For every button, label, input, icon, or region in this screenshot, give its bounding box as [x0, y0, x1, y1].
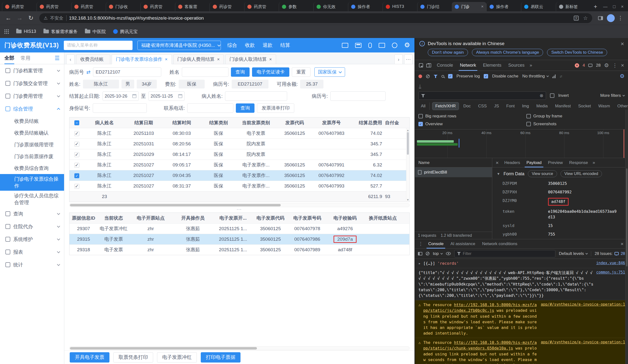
col-header[interactable]: 自付金: [384, 120, 410, 126]
sidebar-tab-common[interactable]: 常用: [21, 55, 30, 61]
import-har-icon[interactable]: ↓: [419, 83, 421, 88]
group-by-frame-checkbox[interactable]: [526, 114, 531, 119]
filter-toggle-icon[interactable]: [434, 75, 438, 78]
bookmark-item[interactable]: 腾讯元宝: [113, 29, 138, 35]
invoice-row[interactable]: 29307 电子发票冲红 zhr 张惠茹 20251125 1... 35060…: [70, 224, 410, 234]
name-column-header[interactable]: Name: [415, 158, 492, 167]
browser-tab[interactable]: 药房管: [37, 2, 71, 11]
issues-counter[interactable]: 28 Issues: 28: [595, 251, 625, 256]
bookmark-item[interactable]: 中医院: [85, 29, 106, 35]
device-toolbar-icon[interactable]: [425, 61, 433, 69]
date-to-input[interactable]: 2025-11-25: [149, 91, 185, 101]
devtools-tab[interactable]: Console: [434, 60, 456, 71]
browser-tab[interactable]: 药房管: [244, 2, 279, 11]
footer-button[interactable]: 开具电子发票: [70, 352, 109, 363]
select-all-checkbox[interactable]: –: [74, 120, 79, 125]
browser-tab[interactable]: 药房管: [140, 2, 175, 11]
back-button[interactable]: ←: [3, 13, 13, 23]
horizontal-scrollbar-1[interactable]: [69, 203, 410, 207]
request-row[interactable]: printElectBill: [415, 167, 492, 177]
side-panel-icon[interactable]: [598, 16, 603, 20]
clear-console-icon[interactable]: [426, 252, 429, 255]
browser-tab[interactable]: 门诊收: [106, 2, 140, 11]
console-log-json[interactable]: {"title":"√ √ √ √ √ √ √ √ √ √ √ √ √ √ we…: [415, 268, 628, 300]
sidebar-subitem[interactable]: 门诊票据领用管理: [0, 139, 64, 150]
bookmark-star-icon[interactable]: ☆: [583, 15, 588, 21]
details-tab[interactable]: Headers: [501, 158, 523, 167]
details-tab[interactable]: Response: [566, 158, 591, 167]
devtools-settings-icon[interactable]: ⚙: [604, 62, 609, 69]
row-checkbox[interactable]: ✓: [74, 152, 79, 157]
settlement-row[interactable]: ✓ 陈永江 20251027 09:04:35 医保 电子发票作... 3506…: [70, 170, 410, 181]
patient-name-query-input[interactable]: [225, 91, 287, 101]
col-header[interactable]: 结算总费用: [349, 120, 384, 126]
insurance-select[interactable]: 国家医保: [314, 67, 345, 77]
id-number-input[interactable]: [93, 103, 147, 113]
header-action-button[interactable]: 结算: [279, 42, 292, 49]
security-warning-icon[interactable]: ⚠: [44, 15, 48, 21]
tab-close-icon[interactable]: ×: [217, 57, 220, 62]
forward-button[interactable]: →: [15, 13, 24, 23]
tab-close-icon[interactable]: ×: [269, 57, 272, 62]
name-input[interactable]: [182, 67, 229, 77]
screenshots-checkbox[interactable]: [526, 122, 531, 126]
more-tabs-icon[interactable]: »: [528, 63, 534, 68]
evoucher-read-button[interactable]: 电子凭证读卡: [252, 67, 289, 77]
type-filter-chip[interactable]: JS: [491, 103, 502, 110]
sidebar-subitem[interactable]: 收费员综合查询: [0, 162, 64, 174]
header-action-button[interactable]: 退款: [261, 42, 274, 49]
window-close-button[interactable]: ×: [621, 4, 624, 9]
type-filter-chip[interactable]: Fetch/XHR: [432, 102, 459, 110]
col-header[interactable]: 病人姓名: [84, 120, 125, 126]
row-checkbox[interactable]: ✓: [74, 163, 79, 168]
expand-triangle-icon[interactable]: ▸: [418, 261, 421, 266]
log-object-preview[interactable]: [{…}]: [423, 261, 435, 266]
split-handle[interactable]: ⋯: [64, 207, 414, 213]
type-filter-chip[interactable]: Other: [615, 103, 628, 110]
tab-close-icon[interactable]: ×: [165, 57, 168, 62]
issues-bubble-icon[interactable]: [588, 64, 592, 67]
devtools-menu-icon[interactable]: ⋮: [612, 62, 618, 68]
source-link[interactable]: common.js:751: [596, 270, 625, 275]
drawer-tab[interactable]: AI assistance: [447, 239, 478, 248]
microphone-icon[interactable]: [368, 43, 372, 48]
col-header[interactable]: 当前状态: [98, 215, 130, 221]
inspect-element-icon[interactable]: [417, 61, 425, 69]
maximize-button[interactable]: □: [613, 4, 616, 9]
browser-tab[interactable]: 药诊管: [210, 2, 244, 11]
col-header[interactable]: 当前发票类别: [236, 120, 276, 126]
sidebar-group[interactable]: 查询: [0, 207, 64, 220]
browser-tab[interactable]: 门诊 ×: [452, 2, 486, 11]
settlement-row[interactable]: ✓ 陈永江 20251027 08:31:37 医保 电子发票作... 3506…: [70, 181, 410, 191]
big-request-rows-checkbox[interactable]: [418, 114, 423, 119]
col-header[interactable]: 结算日期: [125, 120, 163, 126]
dont-show-again-button[interactable]: Don't show again: [428, 49, 468, 56]
switch-to-chinese-button[interactable]: Switch DevTools to Chinese: [547, 49, 607, 56]
devtools-close-icon[interactable]: ×: [621, 62, 624, 69]
col-header[interactable]: 电子发票代码: [252, 215, 289, 221]
mrn2-input[interactable]: [330, 91, 386, 101]
footer-button[interactable]: 电子发票冲红: [157, 352, 197, 363]
reload-button[interactable]: ↻: [26, 13, 36, 23]
invoice-row[interactable]: 29318 电子发票 zhr 张惠茹 20251125 1... 3506012…: [70, 245, 410, 255]
view-source-button[interactable]: View source: [528, 170, 557, 177]
scrollbar-thumb[interactable]: [70, 347, 257, 350]
browser-tab[interactable]: 新标签: [556, 2, 590, 11]
page-tab[interactable]: 门诊电子发票综合操作 ×: [112, 55, 172, 64]
col-header[interactable]: 结算时间: [163, 120, 201, 126]
browser-tab[interactable]: 药房管: [2, 2, 37, 11]
console-log-records[interactable]: ▸ [{…}] 'records' index.vue:846: [415, 259, 628, 268]
sidebar-subitem[interactable]: 收费员结账确认: [0, 127, 64, 139]
type-filter-chip[interactable]: Wasm: [595, 103, 613, 110]
browser-tab[interactable]: 客服需: [175, 2, 210, 11]
view-url-encoded-button[interactable]: View URL-encoded: [560, 170, 602, 177]
network-filter-input[interactable]: ⊗: [418, 91, 546, 100]
sidebar-subitem[interactable]: 诊疗失信人员信息综合管理: [0, 191, 64, 207]
type-filter-chip[interactable]: Img: [519, 103, 532, 110]
record-network-icon[interactable]: [418, 74, 422, 78]
col-header[interactable]: 电子开票站点: [130, 215, 172, 221]
minimize-button[interactable]: —: [603, 4, 608, 9]
header-action-button[interactable]: 综合: [226, 42, 238, 49]
sidebar-group[interactable]: 系统维护: [0, 233, 64, 245]
source-link[interactable]: app/#/synthesize/e-invoice-operation:1: [541, 302, 625, 307]
